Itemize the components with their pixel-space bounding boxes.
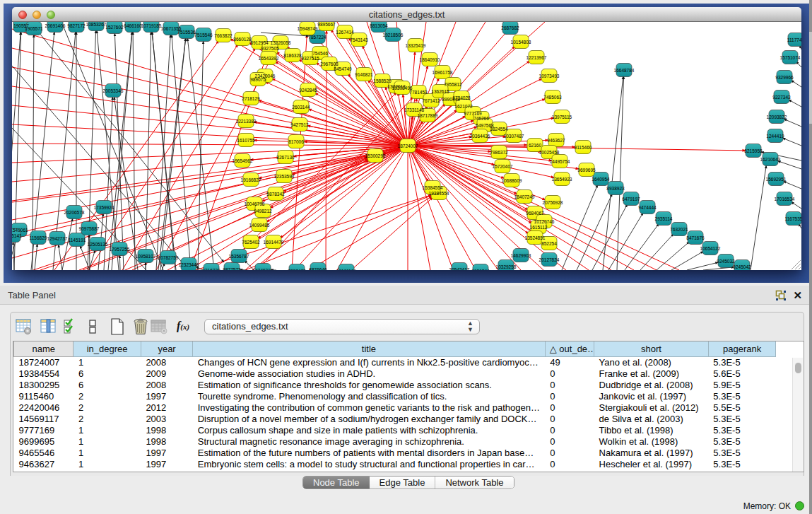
svg-text:9327505: 9327505 (261, 46, 279, 51)
svg-text:20542417: 20542417 (449, 267, 470, 271)
svg-text:13975115: 13975115 (552, 115, 572, 119)
svg-text:9227343: 9227343 (772, 95, 791, 100)
svg-text:15384554: 15384554 (423, 185, 443, 190)
svg-text:9131244: 9131244 (471, 269, 490, 271)
svg-text:1621072: 1621072 (454, 104, 473, 109)
svg-text:10046798: 10046798 (245, 201, 265, 206)
svg-text:1615112: 1615112 (530, 225, 548, 230)
svg-text:9242845: 9242845 (299, 88, 317, 93)
svg-text:7625402: 7625402 (242, 240, 260, 245)
svg-text:14495754: 14495754 (550, 159, 570, 164)
svg-text:17957255: 17957255 (110, 247, 130, 252)
svg-text:7857224: 7857224 (308, 35, 326, 40)
svg-text:8186328: 8186328 (283, 53, 302, 58)
svg-text:8454749: 8454749 (334, 66, 352, 71)
svg-text:18407249: 18407249 (514, 194, 535, 199)
svg-text:3915141: 3915141 (12, 233, 22, 238)
svg-text:9474444: 9474444 (638, 205, 657, 210)
svg-text:10654122: 10654122 (700, 246, 721, 251)
svg-text:16648784: 16648784 (614, 68, 635, 73)
svg-text:1167535: 1167535 (785, 216, 801, 221)
svg-text:20756928: 20756928 (543, 200, 563, 205)
svg-text:8938923: 8938923 (606, 186, 625, 191)
svg-text:19384554: 19384554 (429, 191, 449, 196)
svg-text:15751074: 15751074 (780, 55, 801, 60)
svg-text:9327515: 9327515 (301, 56, 319, 61)
svg-text:16543392: 16543392 (259, 56, 279, 61)
svg-text:10719185: 10719185 (141, 23, 162, 28)
svg-text:9684067: 9684067 (526, 211, 544, 216)
svg-text:1610755: 1610755 (237, 138, 255, 143)
svg-text:15300295: 15300295 (365, 153, 386, 158)
svg-text:6466160: 6466160 (124, 23, 142, 28)
svg-text:8215958: 8215958 (744, 148, 763, 153)
svg-text:15356787: 15356787 (229, 254, 249, 259)
svg-text:2967608: 2967608 (320, 62, 339, 66)
svg-text:7543143: 7543143 (350, 37, 368, 42)
svg-text:817006: 817006 (288, 139, 304, 144)
svg-text:12942737: 12942737 (47, 236, 68, 241)
svg-text:20127824: 20127824 (539, 257, 560, 262)
svg-text:20364436: 20364436 (470, 134, 490, 139)
svg-text:9827172: 9827172 (67, 23, 86, 28)
svg-text:1145191: 1145191 (69, 238, 86, 243)
svg-text:19166827: 19166827 (241, 177, 261, 182)
svg-text:20206578: 20206578 (64, 210, 85, 215)
svg-text:16210643: 16210643 (760, 157, 781, 162)
svg-text:8216739: 8216739 (202, 268, 220, 271)
svg-text:1156829: 1156829 (30, 235, 47, 240)
svg-text:17016534: 17016534 (775, 197, 795, 201)
svg-text:13654923: 13654923 (552, 177, 572, 182)
svg-text:9329966: 9329966 (775, 75, 794, 80)
svg-text:1588520: 1588520 (373, 78, 392, 83)
svg-text:10329258: 10329258 (496, 264, 517, 269)
svg-text:7781453: 7781453 (409, 90, 428, 95)
svg-text:7955812: 7955812 (444, 82, 462, 87)
svg-text:1527602: 1527602 (105, 25, 124, 30)
svg-text:19654962: 19654962 (233, 158, 253, 163)
svg-text:15692951: 15692951 (766, 177, 787, 182)
svg-text:2603144: 2603144 (292, 105, 310, 110)
svg-text:8813054: 8813054 (370, 23, 388, 28)
svg-text:9463627: 9463627 (547, 138, 565, 143)
svg-text:17331148: 17331148 (404, 107, 425, 112)
svg-text:90975887: 90975887 (79, 226, 100, 231)
svg-text:6734028: 6734028 (452, 95, 471, 100)
svg-text:20053346: 20053346 (103, 88, 124, 93)
svg-text:20691406: 20691406 (45, 23, 66, 28)
svg-text:18717889: 18717889 (418, 113, 438, 118)
svg-text:9498212: 9498212 (254, 209, 272, 214)
svg-text:10782759: 10782759 (158, 255, 179, 260)
svg-text:1267414: 1267414 (336, 30, 354, 35)
svg-text:1640954: 1640954 (592, 177, 610, 182)
svg-text:8912954: 8912954 (250, 40, 269, 45)
svg-text:16961758: 16961758 (433, 70, 453, 75)
svg-text:746266: 746266 (473, 116, 489, 121)
svg-text:13524851: 13524851 (525, 235, 546, 240)
svg-text:7663822: 7663822 (214, 33, 233, 38)
svg-text:12323446: 12323446 (179, 262, 199, 267)
svg-text:1549061: 1549061 (12, 228, 28, 233)
svg-text:12505135: 12505135 (88, 242, 108, 247)
svg-text:2935114: 2935114 (655, 216, 673, 221)
svg-text:10973493: 10973493 (539, 74, 560, 78)
svg-text:5878342: 5878342 (266, 192, 285, 197)
svg-text:13325419: 13325419 (406, 43, 426, 48)
svg-text:8471676: 8471676 (686, 235, 705, 240)
svg-text:9245032: 9245032 (717, 259, 735, 264)
svg-text:13226058: 13226058 (271, 40, 291, 45)
svg-text:10688609: 10688609 (502, 178, 522, 183)
svg-text:9895667: 9895667 (317, 22, 336, 27)
svg-text:10025458: 10025458 (539, 150, 560, 155)
svg-text:12213967: 12213967 (526, 55, 547, 60)
svg-text:18640910: 18640910 (420, 57, 440, 62)
svg-text:852254: 852254 (541, 241, 557, 246)
svg-text:16914479: 16914479 (264, 240, 284, 245)
svg-text:9115460: 9115460 (575, 145, 592, 150)
svg-text:10307487: 10307487 (504, 134, 524, 139)
svg-text:12353594: 12353594 (274, 174, 295, 179)
svg-text:2687682: 2687682 (501, 25, 519, 30)
svg-text:7485063: 7485063 (543, 95, 562, 100)
svg-text:10853267: 10853267 (86, 22, 107, 27)
svg-text:19191161: 19191161 (336, 269, 357, 271)
